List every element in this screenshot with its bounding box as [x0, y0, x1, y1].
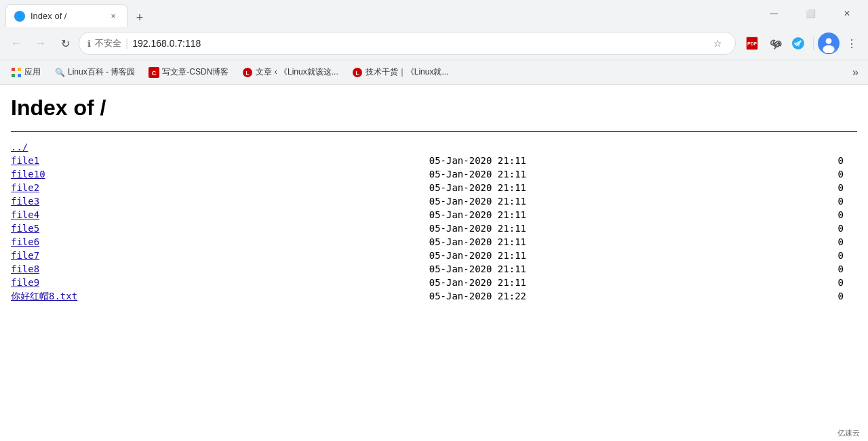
file-row: file605-Jan-2020 21:110	[11, 235, 857, 249]
file-row: file705-Jan-2020 21:110	[11, 249, 857, 262]
file-size: 0	[553, 235, 857, 249]
file-link[interactable]: 你好红帽8.txt	[11, 291, 77, 301]
security-text: 不安全	[95, 37, 121, 49]
file-date: 05-Jan-2020 21:11	[350, 276, 553, 289]
link-extension-button[interactable]	[764, 33, 786, 54]
file-date: 05-Jan-2020 21:22	[350, 289, 553, 304]
bookmark-star-button[interactable]: ☆	[708, 34, 727, 53]
file-date: 05-Jan-2020 21:11	[350, 249, 553, 262]
refresh-button[interactable]: ↻	[54, 33, 76, 54]
file-size: 0	[553, 154, 857, 167]
tab-title: Index of /	[31, 11, 102, 21]
bookmarks-more-button[interactable]: »	[848, 64, 863, 81]
back-button[interactable]: ←	[5, 33, 27, 54]
minimize-button[interactable]: —	[758, 3, 789, 24]
file-size: 0	[553, 167, 857, 181]
file-row: file105-Jan-2020 21:110	[11, 154, 857, 167]
file-link[interactable]: file7	[11, 250, 39, 261]
toolbar-icons: PDF	[741, 33, 863, 54]
pdf-extension-button[interactable]: PDF	[741, 33, 763, 54]
file-date	[350, 140, 553, 154]
file-link[interactable]: file1	[11, 155, 39, 166]
file-size: 0	[553, 289, 857, 304]
linux1-icon: L	[242, 67, 253, 78]
file-size: 0	[553, 194, 857, 208]
svg-text:L: L	[246, 70, 250, 77]
bookmark-apps[interactable]: 应用	[5, 64, 46, 81]
file-row: file905-Jan-2020 21:110	[11, 276, 857, 289]
page-heading: Index of /	[11, 96, 857, 121]
address-url: 192.168.0.7:118	[132, 38, 704, 49]
file-row: file205-Jan-2020 21:110	[11, 181, 857, 194]
file-row: ../	[11, 140, 857, 154]
bookmark-linux2-label: 技术干货｜《Linux就...	[366, 66, 449, 78]
file-size: 0	[553, 222, 857, 235]
browser-chrome: Index of / × + — ⬜ ✕ ← → ↻ ℹ 不安全 | 192.1…	[0, 0, 868, 85]
file-link[interactable]: file6	[11, 236, 39, 247]
file-link[interactable]: file3	[11, 196, 39, 207]
active-tab[interactable]: Index of / ×	[5, 4, 127, 27]
file-link[interactable]: file10	[11, 169, 45, 180]
svg-text:C: C	[152, 70, 157, 77]
page-content: Index of / ../file105-Jan-2020 21:110fil…	[0, 85, 868, 356]
bookmarks-bar: 应用 🔍 Linux百科 - 博客园 C 写文章-CSDN博客 L 文章 ‹ 《…	[0, 60, 868, 84]
window-controls: — ⬜ ✕	[758, 3, 863, 24]
forward-button[interactable]: →	[30, 33, 52, 54]
bookmark-csdn[interactable]: C 写文章-CSDN博客	[143, 64, 234, 81]
svg-rect-6	[12, 68, 15, 71]
bookmark-linuxbike-label: Linux百科 - 博客园	[68, 66, 135, 78]
bookmark-csdn-label: 写文章-CSDN博客	[162, 66, 229, 78]
bookmark-linux2[interactable]: L 技术干货｜《Linux就...	[347, 64, 454, 81]
bookmark-apps-label: 应用	[24, 66, 41, 78]
file-link[interactable]: file9	[11, 277, 39, 288]
toolbar-separator	[813, 37, 814, 50]
bookmark-linuxbike[interactable]: 🔍 Linux百科 - 博客园	[49, 64, 140, 81]
address-icons: ☆	[708, 34, 727, 53]
address-separator: |	[125, 37, 128, 49]
file-link[interactable]: file2	[11, 182, 39, 193]
security-icon: ℹ	[87, 39, 91, 49]
file-date: 05-Jan-2020 21:11	[350, 208, 553, 222]
tab-close-button[interactable]: ×	[108, 11, 119, 22]
file-size: 0	[553, 208, 857, 222]
svg-text:PDF: PDF	[747, 41, 757, 46]
tab-favicon	[14, 11, 25, 22]
svg-rect-9	[18, 74, 21, 77]
address-bar: ← → ↻ ℹ 不安全 | 192.168.0.7:118 ☆ PDF	[0, 27, 868, 60]
file-link[interactable]: file8	[11, 264, 39, 274]
menu-button[interactable]: ⋮	[841, 33, 863, 54]
close-button[interactable]: ✕	[831, 3, 863, 24]
file-row: file405-Jan-2020 21:110	[11, 208, 857, 222]
file-row: file505-Jan-2020 21:110	[11, 222, 857, 235]
bookmark-linux1[interactable]: L 文章 ‹ 《Linux就该这...	[237, 64, 343, 81]
file-listing-table: ../file105-Jan-2020 21:110file1005-Jan-2…	[11, 140, 857, 304]
profile-button[interactable]	[818, 33, 840, 54]
file-size: 0	[553, 249, 857, 262]
file-date: 05-Jan-2020 21:11	[350, 194, 553, 208]
file-size: 0	[553, 262, 857, 276]
file-link[interactable]: ../	[11, 142, 28, 152]
new-tab-button[interactable]: +	[130, 8, 149, 27]
tab-strip: Index of / × +	[5, 0, 758, 27]
file-row: file805-Jan-2020 21:110	[11, 262, 857, 276]
file-date: 05-Jan-2020 21:11	[350, 222, 553, 235]
apps-icon	[11, 67, 22, 78]
file-date: 05-Jan-2020 21:11	[350, 262, 553, 276]
file-link[interactable]: file4	[11, 209, 39, 220]
file-date: 05-Jan-2020 21:11	[350, 235, 553, 249]
page-divider	[11, 131, 857, 132]
linux2-icon: L	[352, 67, 363, 78]
bookmark-linux1-label: 文章 ‹ 《Linux就该这...	[256, 66, 338, 78]
file-date: 05-Jan-2020 21:11	[350, 181, 553, 194]
file-date: 05-Jan-2020 21:11	[350, 154, 553, 167]
svg-point-4	[826, 38, 832, 44]
address-input[interactable]: ℹ 不安全 | 192.168.0.7:118 ☆	[79, 32, 736, 55]
linuxbike-icon: 🔍	[54, 67, 65, 78]
maximize-button[interactable]: ⬜	[795, 3, 826, 24]
file-row: file305-Jan-2020 21:110	[11, 194, 857, 208]
telegram-button[interactable]	[787, 33, 809, 54]
file-link[interactable]: file5	[11, 223, 39, 234]
csdn-icon: C	[149, 67, 159, 78]
file-size: 0	[553, 181, 857, 194]
svg-rect-8	[12, 74, 15, 77]
